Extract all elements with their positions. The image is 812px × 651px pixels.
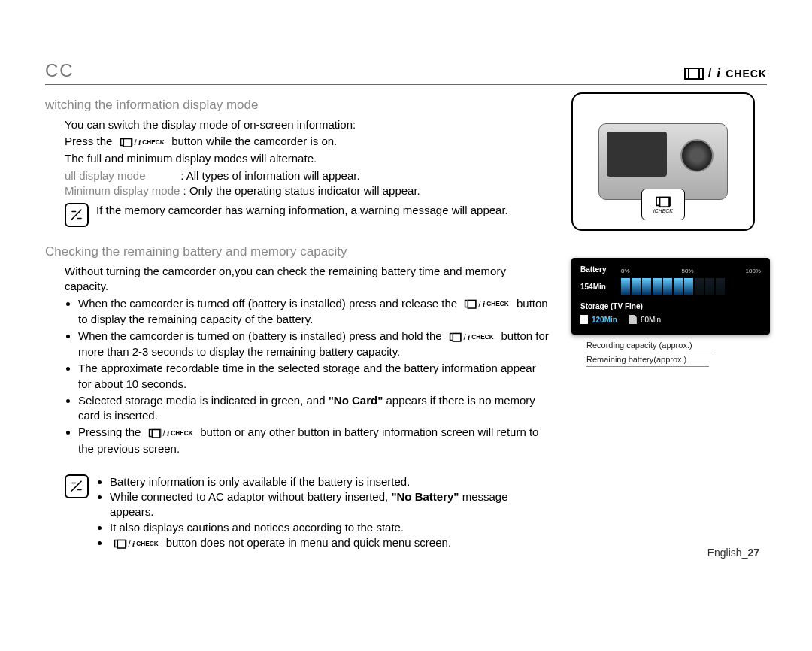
callout-recording: Recording capacity (approx.): [586, 339, 715, 353]
bar: [674, 278, 683, 295]
camcorder-lens: [680, 139, 714, 172]
footer-lang: English: [707, 547, 742, 559]
lcd-display: Battery 154Min 0% 50% 100%: [571, 258, 770, 335]
lcd-card-value: 60Min: [641, 316, 661, 324]
check-text-inline: CHECK: [136, 539, 158, 547]
n2-4: /iCHECK button does not operate in menu …: [110, 535, 549, 551]
lcd-storage-row: 120Min 60Min: [580, 315, 761, 324]
note2-body: Battery information is only available if…: [96, 474, 549, 551]
note-icon: [65, 474, 89, 498]
lcd-battery-min: 154Min: [580, 283, 614, 291]
internal-memory-icon: [580, 315, 588, 324]
camcorder-figure: iCHECK: [571, 92, 755, 231]
bar: [684, 278, 693, 295]
bar: [653, 278, 662, 295]
display-icon: [450, 333, 462, 341]
header-check-label: / i CHECK: [684, 65, 767, 81]
check-text-inline: CHECK: [471, 332, 493, 341]
icheck-label-small: iCHECK: [653, 208, 673, 213]
display-icon: [114, 540, 127, 548]
min-mode-text: : Only the operating status indicator wi…: [183, 184, 420, 197]
display-check-icon: /iCHECK: [148, 428, 192, 439]
scale-50: 50%: [682, 268, 694, 274]
s2-p1: Without turning the camcorder on,you can…: [45, 264, 549, 295]
check-text-inline: CHECK: [142, 138, 164, 147]
s2-b2a: When the camcorder is turned on (battery…: [78, 329, 445, 342]
info-i-icon: i: [166, 428, 168, 439]
scale-100: 100%: [746, 268, 761, 274]
note-icon: [65, 203, 89, 227]
icheck-button-callout: iCHECK: [641, 189, 685, 220]
bar: [642, 278, 651, 295]
n2-4b: button does not operate in menu and quic…: [166, 536, 451, 549]
info-i-icon: i: [138, 137, 140, 148]
s1-p3: The full and minimum display modes will …: [45, 151, 549, 166]
min-mode-label: Minimum display mode: [65, 183, 180, 198]
check-text-inline: CHECK: [171, 429, 192, 438]
bar: [663, 278, 672, 295]
bar: [621, 278, 630, 295]
lcd-battery-bars: 0% 50% 100%: [621, 278, 761, 295]
note1: If the memory camcorder has warning info…: [45, 203, 549, 227]
min-mode-line: Minimum display mode : Only the operatin…: [45, 183, 549, 198]
display-icon: [684, 68, 704, 80]
slash: /: [708, 67, 712, 80]
s2-bullets: When the camcorder is turned off (batter…: [45, 296, 549, 456]
check-text-inline: CHECK: [487, 300, 509, 308]
lcd-internal-storage: 120Min: [580, 315, 617, 324]
info-i-icon: i: [468, 331, 470, 342]
n2-2: While connected to AC adaptor without ba…: [110, 489, 549, 520]
n2-3: It also displays cautions and notices ac…: [110, 520, 549, 535]
s1-p2: Press the /iCHECK button while the camco…: [45, 134, 549, 150]
bar: [632, 278, 641, 295]
bar-dim: [705, 278, 714, 295]
s2-b4a: Selected storage media is indicated in g…: [78, 394, 329, 407]
lcd-battery-scale: 0% 50% 100%: [621, 268, 761, 274]
s2-b4-bold: "No Card": [329, 394, 383, 407]
display-check-icon: /iCHECK: [114, 537, 159, 549]
display-icon: [465, 300, 477, 308]
full-mode-label: ull display mode: [65, 168, 177, 183]
info-i-icon: i: [717, 65, 721, 81]
display-check-icon: /iCHECK: [120, 137, 164, 148]
info-i-icon: i: [483, 298, 485, 310]
display-icon: [656, 196, 671, 206]
s2-b5b: button or any other button in battery in…: [78, 425, 538, 454]
s2-b4: Selected storage media is indicated in g…: [78, 393, 549, 424]
display-check-icon: /iCHECK: [450, 331, 494, 342]
full-mode-line: ull display mode : All types of informat…: [45, 168, 549, 183]
s2-b5: Pressing the /iCHECK button or any other…: [78, 425, 549, 456]
display-check-icon: /iCHECK: [465, 298, 509, 310]
s2-b1a: When the camcorder is turned off (batter…: [78, 297, 460, 310]
figure-column: iCHECK Battery 154Min 0% 50% 100%: [571, 92, 767, 551]
page-header: CC / i CHECK: [45, 60, 767, 85]
main-text-column: witching the information display mode Yo…: [45, 92, 549, 551]
camcorder-screen: [607, 132, 667, 177]
full-mode-text: : All types of information will appear.: [180, 169, 359, 182]
s1-p1: You can switch the display mode of on-sc…: [45, 117, 549, 132]
section2-heading: Checking the remaining battery and memor…: [45, 244, 549, 261]
lcd-card-storage: 60Min: [629, 315, 661, 324]
s1-p2b: button while the camcorder is on.: [171, 135, 337, 147]
s1-p2a: Press the: [65, 135, 116, 147]
display-icon: [148, 429, 161, 438]
n2-2a: While connected to AC adaptor without ba…: [110, 490, 391, 503]
lcd-internal-value: 120Min: [592, 316, 617, 324]
s2-b1: When the camcorder is turned off (batter…: [78, 296, 549, 327]
s2-b2: When the camcorder is turned on (battery…: [78, 329, 549, 359]
footer-page: 27: [747, 547, 759, 559]
display-icon: [120, 138, 132, 147]
lcd-storage-label: Storage (TV Fine): [580, 302, 761, 310]
page-footer: English_27: [707, 547, 759, 559]
header-cc: CC: [45, 60, 74, 81]
s2-b5a: Pressing the: [78, 425, 144, 438]
n2-2-bold: "No Battery": [391, 490, 459, 503]
n2-1: Battery information is only available if…: [110, 474, 549, 489]
bar-dim: [695, 278, 704, 295]
bar-dim: [716, 278, 725, 295]
section1-heading: witching the information display mode: [45, 97, 549, 114]
note2: Battery information is only available if…: [45, 474, 549, 551]
lcd-callouts: Recording capacity (approx.) Remaining b…: [571, 339, 767, 367]
s2-b3: The approximate recordable time in the s…: [78, 361, 549, 392]
lcd-battery-row: 154Min 0% 50% 100%: [580, 278, 761, 295]
